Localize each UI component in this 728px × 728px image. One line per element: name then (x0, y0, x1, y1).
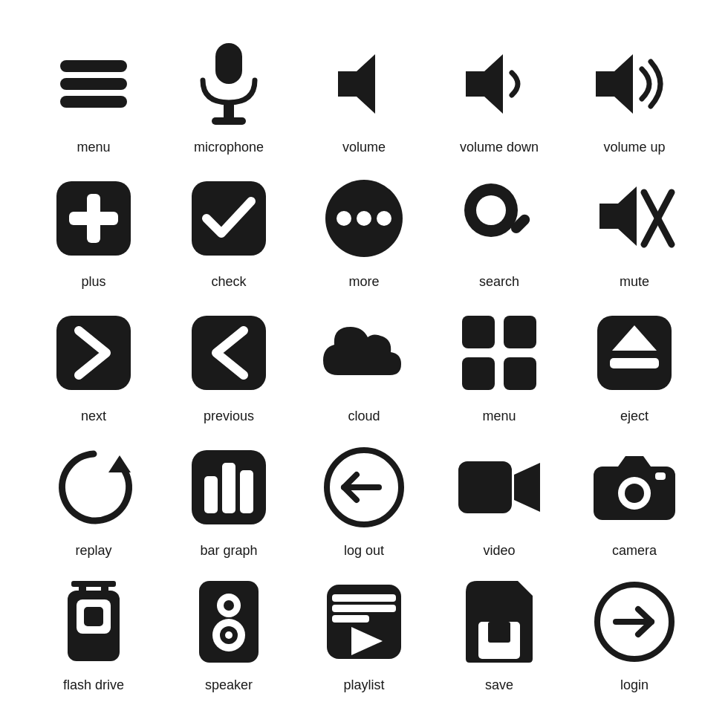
svg-rect-39 (458, 461, 512, 513)
svg-rect-61 (332, 615, 369, 623)
svg-rect-23 (56, 316, 131, 390)
plus-icon (45, 170, 142, 267)
svg-marker-32 (108, 455, 131, 472)
speaker-cell: speaker (165, 573, 293, 693)
microphone-cell: microphone (165, 36, 293, 155)
svg-rect-4 (224, 103, 234, 117)
svg-rect-36 (240, 470, 253, 513)
search-label: search (479, 274, 519, 290)
mute-label: mute (620, 274, 649, 290)
svg-rect-25 (462, 316, 495, 348)
login-cell: login (571, 573, 698, 693)
save-label: save (485, 677, 513, 693)
svg-point-54 (224, 600, 234, 611)
svg-marker-20 (599, 186, 637, 246)
cloud-label: cloud (348, 409, 380, 424)
speaker-label: speaker (205, 677, 253, 693)
camera-cell: camera (571, 439, 698, 559)
camera-label: camera (612, 543, 657, 559)
next-label: next (81, 409, 106, 424)
svg-point-18 (476, 195, 506, 225)
flash-drive-icon (45, 573, 142, 670)
previous-label: previous (204, 409, 254, 424)
volume-down-label: volume down (460, 140, 539, 155)
camera-icon (586, 439, 683, 536)
menu-cell: menu (30, 36, 157, 155)
svg-rect-51 (84, 607, 103, 626)
eject-label: eject (620, 409, 649, 424)
svg-rect-1 (60, 78, 127, 90)
svg-marker-6 (338, 54, 375, 114)
svg-rect-26 (504, 316, 536, 348)
svg-rect-3 (215, 43, 242, 84)
plus-label: plus (81, 274, 105, 290)
svg-point-14 (337, 211, 351, 226)
svg-rect-24 (192, 316, 266, 390)
svg-rect-64 (488, 622, 510, 643)
svg-rect-60 (332, 605, 396, 612)
volume-up-icon (586, 36, 683, 132)
svg-marker-8 (596, 54, 633, 114)
video-label: video (483, 543, 515, 559)
svg-point-44 (625, 484, 644, 503)
svg-rect-11 (69, 212, 118, 225)
svg-rect-31 (610, 358, 659, 368)
svg-rect-2 (60, 96, 127, 108)
check-icon (181, 170, 277, 267)
volume-up-label: volume up (603, 140, 665, 155)
menu-grid-cell: menu (435, 305, 563, 424)
search-icon (451, 170, 547, 267)
bar-graph-cell: bar graph (165, 439, 293, 559)
svg-rect-59 (332, 594, 396, 602)
menu-grid-label: menu (482, 409, 516, 424)
menu-label: menu (77, 140, 110, 155)
svg-rect-35 (222, 463, 235, 513)
cloud-icon (316, 305, 412, 401)
svg-rect-27 (462, 357, 495, 390)
check-label: check (211, 274, 246, 290)
check-cell: check (165, 170, 293, 290)
next-icon (45, 305, 142, 401)
cloud-cell: cloud (300, 305, 428, 424)
bar-graph-label: bar graph (200, 543, 257, 559)
next-cell: next (30, 305, 157, 424)
volume-down-cell: volume down (435, 36, 563, 155)
svg-point-15 (357, 211, 371, 226)
save-icon (451, 573, 547, 670)
login-label: login (620, 677, 649, 693)
svg-rect-46 (71, 581, 116, 587)
volume-up-cell: volume up (571, 36, 698, 155)
volume-down-icon (451, 36, 547, 132)
svg-rect-0 (60, 60, 127, 72)
svg-rect-48 (101, 581, 108, 591)
bar-graph-icon (181, 439, 277, 536)
volume-label: volume (342, 140, 386, 155)
svg-point-57 (225, 631, 233, 639)
microphone-label: microphone (194, 140, 264, 155)
video-cell: video (435, 439, 563, 559)
playlist-cell: playlist (300, 573, 428, 693)
log-out-cell: log out (300, 439, 428, 559)
svg-point-16 (377, 211, 391, 226)
menu-grid-icon (451, 305, 547, 401)
video-icon (451, 439, 547, 536)
svg-rect-28 (504, 357, 536, 390)
speaker-icon (181, 573, 277, 670)
previous-icon (181, 305, 277, 401)
eject-cell: eject (571, 305, 698, 424)
previous-cell: previous (165, 305, 293, 424)
replay-label: replay (75, 543, 111, 559)
svg-rect-47 (79, 581, 86, 591)
menu-icon (45, 36, 142, 132)
flash-drive-label: flash drive (63, 677, 124, 693)
svg-marker-42 (618, 456, 651, 467)
mute-cell: mute (571, 170, 698, 290)
more-cell: more (300, 170, 428, 290)
playlist-icon (316, 573, 412, 670)
login-icon (586, 573, 683, 670)
svg-marker-7 (466, 54, 503, 114)
flash-drive-cell: flash drive (30, 573, 157, 693)
svg-rect-34 (204, 476, 218, 513)
svg-rect-45 (655, 472, 666, 480)
icon-grid: menu microphone volume (0, 6, 728, 723)
